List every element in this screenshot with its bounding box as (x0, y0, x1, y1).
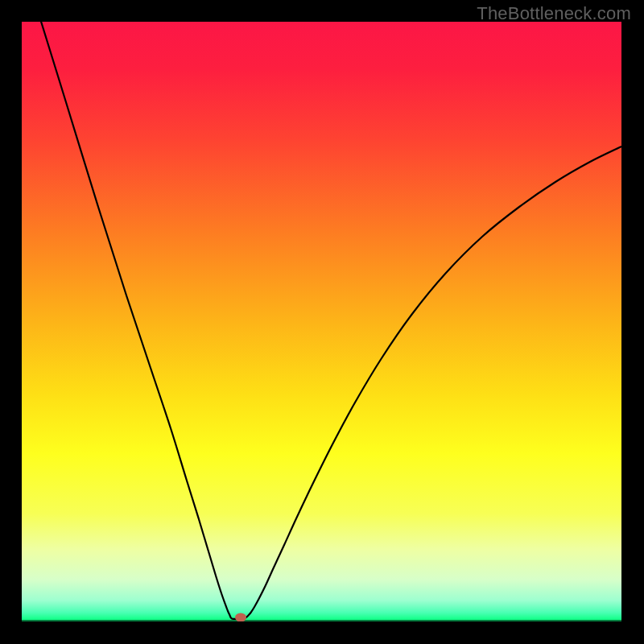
chart-container: TheBottleneck.com (0, 0, 644, 644)
attribution-label: TheBottleneck.com (477, 3, 631, 24)
plot-area (22, 22, 621, 621)
gradient-background (22, 22, 621, 621)
plot-svg (22, 22, 621, 621)
minimum-marker (235, 613, 246, 622)
